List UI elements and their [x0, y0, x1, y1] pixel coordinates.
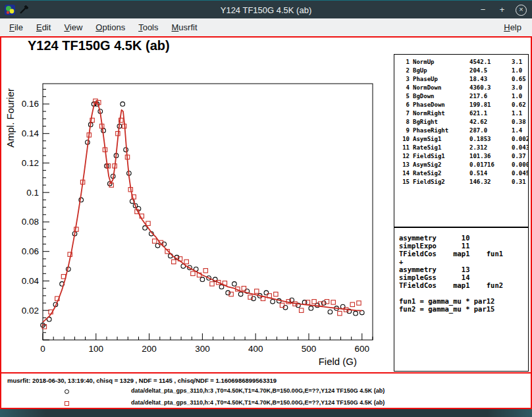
param-row: 12FieldSig1101.360.37	[398, 152, 528, 161]
param-pval: 0.1853	[469, 135, 512, 144]
param-row: 4NormDown4360.33.0	[398, 84, 528, 92]
minimize-button[interactable]: −	[477, 5, 489, 16]
param-pnum: 9	[398, 126, 413, 135]
theory-line: fun1 = gamma_mu * par12	[399, 297, 528, 305]
param-pnum: 7	[398, 109, 413, 118]
param-pname: AsymSig2	[413, 161, 469, 169]
bottom-window-edge	[0, 409, 532, 417]
svg-text:0.16: 0.16	[22, 99, 39, 109]
param-row: 6PhaseDown199.810.62	[398, 101, 528, 109]
maximize-button[interactable]: +	[496, 5, 508, 16]
param-pname: PhaseRight	[413, 126, 469, 135]
param-row: 11RateSig12.3120.043	[398, 144, 528, 152]
root-canvas[interactable]: Y124 TF150G 4.5K (ab) 010020030040050060…	[0, 36, 532, 409]
theory-line: fun2 = gamma_mu * par15	[399, 305, 528, 313]
param-pval: 4542.1	[469, 58, 512, 67]
legend-row: data/deltat_pta_gps_3110,h:3 ,T0=4.50K,T…	[1, 387, 531, 399]
param-pname: NormDown	[413, 84, 469, 92]
param-perr: 3.0	[512, 84, 528, 92]
menu-file[interactable]: File	[3, 20, 30, 35]
param-perr: 0.043	[512, 144, 529, 152]
param-perr: 0.00098	[512, 161, 529, 169]
param-row: 1NormUp4542.13.1	[398, 58, 528, 67]
menu-musrfit[interactable]: Musrfit	[165, 20, 204, 35]
svg-text:0.08: 0.08	[22, 217, 39, 227]
param-pnum: 11	[398, 144, 413, 152]
svg-text:Field (G): Field (G)	[319, 356, 357, 367]
svg-text:300: 300	[195, 344, 210, 354]
param-perr: 1.0	[512, 92, 528, 101]
svg-text:Ampl. Fourier: Ampl. Fourier	[5, 88, 16, 148]
legend-label: data/deltat_pta_gps_3110,h:4 ,T0=4.50K,T…	[131, 399, 385, 406]
param-pnum: 6	[398, 101, 413, 109]
theory-statbox[interactable]: asymmetry 10simplExpo 11TFieldCos map1 f…	[394, 227, 529, 372]
param-perr: 0.65	[512, 75, 528, 84]
param-pval: 0.514	[469, 169, 512, 178]
param-pval: 621.1	[469, 109, 512, 118]
tool-icon	[19, 5, 28, 14]
param-pnum: 1	[398, 58, 413, 67]
legend-label: data/deltat_pta_gps_3110,h:3 ,T0=4.50K,T…	[131, 387, 385, 394]
close-button[interactable]: ×	[516, 5, 527, 16]
theory-line: +	[399, 258, 528, 265]
svg-text:0.14: 0.14	[22, 128, 40, 138]
theory-line	[399, 289, 528, 297]
theory-line: asymmetry 13	[399, 265, 528, 273]
titlebar[interactable]: Y124 TF150G 4.5K (ab) − + ×	[0, 0, 532, 19]
fourier-plot[interactable]: 01002003004005006000.020.040.060.080.10.…	[1, 38, 393, 375]
param-pname: PhaseUp	[413, 75, 469, 84]
menu-help[interactable]: Help	[497, 20, 528, 35]
param-perr: 0.38	[512, 118, 528, 126]
svg-text:0.1: 0.1	[26, 188, 39, 198]
param-perr: 0.37	[512, 152, 528, 161]
param-pnum: 12	[398, 152, 413, 161]
param-perr: 1.1	[512, 109, 528, 118]
param-pname: BgUp	[413, 67, 469, 75]
param-pnum: 4	[398, 84, 413, 92]
param-row: 9PhaseRight287.01.4	[398, 126, 528, 135]
param-pval: 101.36	[469, 152, 512, 161]
param-row: 15FieldSig2146.320.31	[398, 178, 528, 186]
param-pname: NormRight	[413, 109, 469, 118]
menubar: FileEditViewOptionsToolsMusrfit Help	[0, 18, 532, 37]
param-row: 8BgRight42.620.38	[398, 118, 528, 126]
svg-text:200: 200	[142, 344, 157, 354]
param-pval: 18.43	[469, 75, 512, 84]
param-pnum: 2	[398, 67, 413, 75]
menu-tools[interactable]: Tools	[132, 20, 165, 35]
param-pnum: 5	[398, 92, 413, 101]
param-pval: 146.32	[469, 178, 512, 186]
param-pval: 4360.3	[469, 84, 512, 92]
menu-options[interactable]: Options	[89, 20, 132, 35]
param-row: 14RateSig20.5140.045	[398, 169, 528, 178]
param-pval: 287.0	[469, 126, 512, 135]
square-marker-icon	[65, 401, 69, 406]
param-row: 3PhaseUp18.430.65	[398, 75, 528, 84]
param-pval: 0.01716	[469, 161, 512, 169]
svg-text:0.06: 0.06	[22, 246, 39, 256]
param-pname: PhaseDown	[413, 101, 469, 109]
param-pname: NormUp	[413, 58, 469, 67]
musrview-window: Y124 TF150G 4.5K (ab) − + × FileEditView…	[0, 0, 532, 417]
svg-text:600: 600	[355, 344, 370, 354]
menu-edit[interactable]: Edit	[30, 20, 57, 35]
param-pname: BgRight	[413, 118, 469, 126]
svg-text:500: 500	[302, 344, 317, 354]
svg-text:0: 0	[40, 344, 45, 354]
app-icon	[5, 5, 15, 15]
param-perr: 1.4	[512, 126, 528, 135]
svg-text:0.12: 0.12	[22, 158, 39, 168]
param-pval: 42.62	[469, 118, 512, 126]
menu-view[interactable]: View	[57, 20, 89, 35]
info-pad: musrfit: 2018-06-30, 13:19:40, chisq = 1…	[1, 372, 531, 408]
param-pname: AsymSig1	[413, 135, 469, 144]
param-pval: 199.81	[469, 101, 512, 109]
param-perr: 1.0	[512, 67, 528, 75]
parameter-statbox[interactable]: 1NormUp4542.13.12BgUp204.51.03PhaseUp18.…	[394, 54, 529, 227]
param-pname: FieldSig1	[413, 152, 469, 161]
param-pname: FieldSig2	[413, 178, 469, 186]
param-perr: 0.0028	[512, 135, 529, 144]
param-pnum: 15	[398, 178, 413, 186]
param-pname: RateSig2	[413, 169, 469, 178]
param-perr: 0.31	[512, 178, 528, 186]
